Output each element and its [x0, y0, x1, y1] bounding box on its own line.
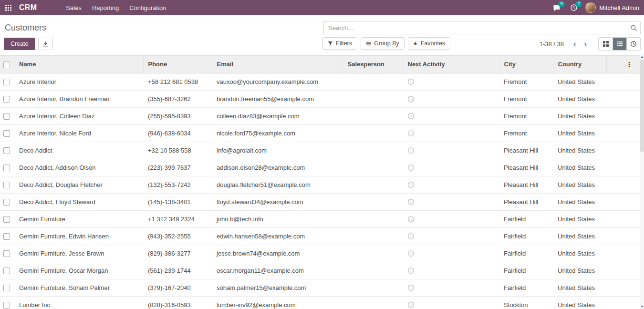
row-checkbox[interactable] — [3, 233, 10, 240]
row-checkbox[interactable] — [3, 216, 10, 223]
scroll-down-arrow[interactable]: ▼ — [640, 304, 644, 309]
cell-city: Fairfield — [499, 262, 553, 279]
next-activity-icon[interactable] — [407, 181, 415, 188]
next-activity-icon[interactable] — [407, 284, 415, 291]
customer-row[interactable]: Gemini Furniture, Edwin Hansen (943)-352… — [0, 227, 640, 245]
user-menu-button[interactable]: Mitchell Admin — [582, 0, 644, 15]
row-checkbox[interactable] — [3, 285, 10, 291]
export-button[interactable] — [38, 38, 53, 50]
customer-row[interactable]: Azure Interior, Colleen Diaz (255)-595-8… — [0, 107, 640, 124]
cell-country: United States — [553, 296, 606, 309]
cell-salesperson — [343, 245, 403, 262]
cell-name: Lumber Inc — [14, 296, 143, 309]
row-checkbox[interactable] — [3, 96, 10, 103]
scroll-up-arrow[interactable]: ▲ — [640, 54, 644, 59]
customer-row[interactable]: Deco Addict, Floyd Steward (145)-138-340… — [0, 193, 640, 210]
breadcrumb-row: Customers — [0, 15, 644, 34]
next-activity-icon[interactable] — [407, 250, 415, 257]
optional-columns-toggle[interactable]: ⋮ — [624, 60, 634, 69]
menu-reporting[interactable]: Reporting — [87, 0, 124, 15]
row-checkbox[interactable] — [3, 302, 10, 309]
menu-configuration[interactable]: Configuration — [124, 0, 171, 15]
column-header-city[interactable]: City — [499, 56, 553, 73]
cell-name: Azure Interior — [14, 73, 143, 90]
select-all-checkbox[interactable] — [3, 62, 10, 68]
column-header-country[interactable]: Country — [553, 56, 606, 73]
filters-button[interactable]: Filters — [322, 37, 357, 50]
column-header-next-activity[interactable]: Next Activity — [403, 56, 499, 73]
next-activity-icon[interactable] — [407, 267, 415, 274]
customer-row[interactable]: Deco Addict +32 10 588 558 info@agrolait… — [0, 142, 640, 159]
cell-phone: (145)-138-3401 — [143, 193, 212, 210]
row-checkbox[interactable] — [3, 147, 10, 154]
activity-view-button[interactable] — [626, 38, 640, 50]
cell-email: edwin.hansen58@example.com — [212, 227, 343, 245]
cell-city: Fremont — [499, 90, 553, 107]
create-button[interactable]: Create — [4, 38, 35, 50]
customer-row[interactable]: Lumber Inc (828)-316-0593 lumber-inv92@e… — [0, 296, 640, 309]
vertical-scrollbar[interactable]: ▲ ▼ — [640, 54, 644, 309]
page-title: Customers — [5, 23, 46, 33]
customer-row[interactable]: Deco Addict, Addison Olson (223)-399-763… — [0, 159, 640, 176]
next-activity-icon[interactable] — [407, 95, 415, 103]
next-activity-icon[interactable] — [407, 147, 415, 154]
next-activity-icon[interactable] — [407, 78, 415, 85]
next-activity-icon[interactable] — [407, 216, 415, 223]
messages-menu-button[interactable]: 5 — [548, 0, 565, 15]
cell-email: floyd.steward34@example.com — [212, 193, 343, 210]
apps-menu-button[interactable] — [0, 0, 16, 15]
customer-row[interactable]: Gemini Furniture +1 312 349 2324 john.b@… — [0, 210, 640, 227]
cell-country: United States — [553, 90, 606, 107]
cell-name: Azure Interior, Colleen Diaz — [14, 107, 143, 124]
column-header-name[interactable]: Name — [14, 56, 143, 73]
menu-sales[interactable]: Sales — [61, 0, 87, 15]
group-by-button[interactable]: Group By — [361, 37, 405, 50]
main-menu: Sales Reporting Configuration — [61, 0, 171, 15]
app-brand[interactable]: CRM — [16, 0, 40, 15]
next-activity-icon[interactable] — [407, 233, 415, 240]
cell-email: lumber-inv92@example.com — [212, 296, 343, 309]
customer-row[interactable]: Azure Interior +58 212 681 0538 vauxoo@y… — [0, 73, 640, 90]
customer-row[interactable]: Gemini Furniture, Soham Palmer (379)-167… — [0, 279, 640, 296]
customer-row[interactable]: Azure Interior, Brandon Freeman (355)-68… — [0, 90, 640, 107]
cell-name: Gemini Furniture, Jesse Brown — [14, 245, 143, 262]
row-checkbox[interactable] — [3, 165, 10, 171]
customer-row[interactable]: Gemini Furniture, Jesse Brown (829)-386-… — [0, 245, 640, 262]
next-activity-icon[interactable] — [407, 164, 415, 171]
kanban-view-button[interactable] — [599, 38, 613, 50]
pager-next-button[interactable]: › — [580, 38, 591, 50]
row-checkbox[interactable] — [3, 250, 10, 257]
row-checkbox[interactable] — [3, 79, 10, 85]
scrollbar-thumb[interactable] — [640, 60, 644, 152]
cell-salesperson — [343, 73, 403, 90]
list-view-button[interactable] — [613, 38, 626, 50]
row-checkbox[interactable] — [3, 113, 10, 120]
activities-badge: 7 — [575, 1, 582, 7]
row-checkbox[interactable] — [3, 199, 10, 206]
cell-email: douglas.fletcher51@example.com — [212, 176, 343, 193]
cell-salesperson — [343, 90, 403, 107]
column-header-email[interactable]: Email — [212, 56, 343, 73]
pager-previous-button[interactable]: ‹ — [570, 38, 580, 50]
row-checkbox[interactable] — [3, 268, 10, 274]
search-input[interactable] — [323, 21, 641, 34]
next-activity-icon[interactable] — [407, 198, 415, 206]
activities-menu-button[interactable]: 7 — [565, 0, 582, 15]
row-checkbox[interactable] — [3, 182, 10, 188]
next-activity-icon[interactable] — [407, 301, 415, 309]
search-icon[interactable] — [630, 24, 637, 31]
next-activity-icon[interactable] — [407, 113, 415, 120]
customer-row[interactable]: Azure Interior, Nicole Ford (946)-638-60… — [0, 124, 640, 142]
customer-row[interactable]: Gemini Furniture, Oscar Morgan (561)-239… — [0, 262, 640, 279]
customer-row[interactable]: Deco Addict, Douglas Fletcher (132)-553-… — [0, 176, 640, 193]
cell-salesperson — [343, 262, 403, 279]
favorites-button[interactable]: ★ Favorites — [408, 37, 450, 50]
row-checkbox[interactable] — [3, 130, 10, 137]
cell-salesperson — [343, 124, 403, 142]
cell-name: Deco Addict, Addison Olson — [14, 159, 143, 176]
cell-phone: (828)-316-0593 — [143, 296, 212, 309]
next-activity-icon[interactable] — [407, 130, 415, 137]
activity-view-clock-icon — [630, 41, 637, 47]
column-header-salesperson[interactable]: Salesperson — [343, 56, 403, 73]
column-header-phone[interactable]: Phone — [143, 56, 212, 73]
